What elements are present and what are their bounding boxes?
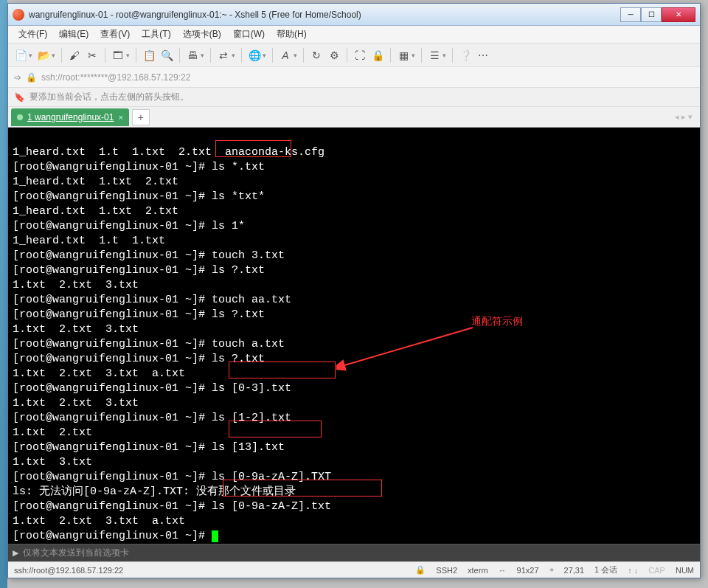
terminal-line: [root@wangruifenglinux-01 ~]# ls ?.txt	[13, 308, 265, 321]
font-icon[interactable]: A	[277, 47, 294, 63]
status-dot-icon	[17, 114, 23, 120]
terminal-line: [root@wangruifenglinux-01 ~]# touch 3.tx…	[13, 249, 285, 262]
transfer-icon[interactable]: ⇄	[215, 47, 232, 63]
status-pos: 27,31	[564, 566, 585, 575]
annotation-label: 通配符示例	[471, 314, 523, 328]
terminal[interactable]: 1_heard.txt 1.t 1.txt 2.txt anaconda-ks.…	[8, 128, 700, 544]
status-sessions: 1 会话	[594, 564, 617, 575]
fullscreen-icon[interactable]: ⛶	[352, 47, 368, 63]
pos-icon: ⌖	[549, 565, 554, 575]
tab-nav[interactable]: ◂ ▸ ▾	[675, 112, 697, 122]
layout-icon[interactable]: ☰	[426, 47, 442, 63]
terminal-line: [root@wangruifenglinux-01 ~]# ls [1-2].t…	[13, 412, 291, 424]
terminal-line: [root@wangruifenglinux-01 ~]# touch aa.t…	[13, 294, 291, 306]
terminal-line: [root@wangruifenglinux-01 ~]# ls ?.txt	[13, 353, 265, 365]
hint-bar: 🔖 要添加当前会话，点击左侧的箭头按钮。	[8, 88, 700, 107]
copy-icon[interactable]: 📋	[141, 47, 157, 63]
menu-tabs[interactable]: 选项卡(B)	[178, 27, 226, 42]
send-mode-icon[interactable]: ▶	[13, 548, 18, 558]
tab-close-icon[interactable]: ×	[118, 113, 122, 122]
terminal-line: 1.txt 2.txt 3.txt	[13, 279, 139, 291]
minimize-button[interactable]: ─	[620, 7, 641, 22]
session-tab[interactable]: 1 wangruifenglinux-01 ×	[11, 108, 129, 126]
terminal-line: [root@wangruifenglinux-01 ~]# ls [0-9a-z…	[13, 471, 331, 483]
svg-line-1	[342, 328, 473, 366]
hint-text: 要添加当前会话，点击左侧的箭头按钮。	[30, 91, 189, 103]
tile-icon[interactable]: ▦	[395, 47, 412, 63]
size-icon: ↔	[499, 566, 507, 575]
ssl-lock-icon: 🔒	[26, 72, 37, 83]
new-session-icon[interactable]: 📄	[13, 47, 29, 63]
tab-label: 1 wangruifenglinux-01	[27, 112, 114, 122]
cursor	[212, 530, 218, 542]
status-num: NUM	[676, 566, 694, 575]
lock-icon[interactable]: 🔒	[369, 47, 386, 63]
terminal-line: 1.txt 2.txt 3.txt a.txt	[13, 367, 185, 380]
disconnect-icon[interactable]: ✂	[84, 47, 100, 63]
properties-icon[interactable]: 🗔	[110, 47, 126, 63]
terminal-line: [root@wangruifenglinux-01 ~]#	[13, 530, 212, 542]
app-window: wangruifenglinux-01 - root@wangruifengli…	[7, 3, 701, 578]
terminal-line: 1.txt 3.txt	[13, 456, 92, 468]
help-icon[interactable]: ❔	[457, 47, 473, 63]
globe-icon[interactable]: 🌐	[246, 47, 263, 63]
terminal-line: [root@wangruifenglinux-01 ~]# ls *txt*	[13, 190, 265, 203]
settings-icon[interactable]: ⚙	[326, 47, 342, 63]
arrow-icon[interactable]: ➩	[14, 72, 21, 83]
status-connection: ssh://root@192.168.57.129:22	[14, 566, 123, 575]
close-button[interactable]: ✕	[662, 7, 695, 22]
status-term: xterm	[468, 566, 488, 575]
tab-bar: 1 wangruifenglinux-01 × + ◂ ▸ ▾	[8, 107, 700, 128]
annotation-arrow-icon	[336, 325, 476, 371]
menu-file[interactable]: 文件(F)	[14, 27, 52, 42]
menubar: 文件(F) 编辑(E) 查看(V) 工具(T) 选项卡(B) 窗口(W) 帮助(…	[8, 26, 700, 44]
terminal-line: [root@wangruifenglinux-01 ~]# ls ?.txt	[13, 264, 265, 277]
about-icon[interactable]: ⋯	[475, 47, 491, 63]
terminal-line: 1.txt 2.txt 3.txt a.txt	[13, 515, 185, 528]
terminal-line: [root@wangruifenglinux-01 ~]# ls [0-9a-z…	[13, 500, 331, 513]
terminal-line: [root@wangruifenglinux-01 ~]# ls *.txt	[13, 161, 265, 173]
maximize-button[interactable]: ☐	[641, 7, 662, 22]
compose-bar[interactable]: ▶ 仅将文本发送到当前选项卡	[8, 544, 700, 561]
status-size: 91x27	[517, 566, 539, 575]
terminal-line: [root@wangruifenglinux-01 ~]# ls [0-3].t…	[13, 382, 291, 395]
menu-tools[interactable]: 工具(T)	[137, 27, 175, 42]
status-caps: CAP	[648, 566, 665, 575]
app-icon	[13, 9, 24, 21]
terminal-line: 1.txt 2.txt	[13, 426, 92, 439]
menu-edit[interactable]: 编辑(E)	[55, 27, 93, 42]
terminal-line: 1.txt 2.txt 3.txt	[13, 397, 139, 409]
address-url[interactable]: ssh://root:********@192.168.57.129:22	[41, 72, 694, 83]
terminal-line: ls: 无法访问[0-9a-zA-Z].TXT: 没有那个文件或目录	[13, 485, 296, 498]
bookmark-icon[interactable]: 🔖	[14, 92, 25, 103]
terminal-line: 1_heard.txt 1.t 1.txt 2.txt anaconda-ks.…	[13, 146, 324, 159]
terminal-line: 1.txt 2.txt 3.txt	[13, 323, 139, 336]
print-icon[interactable]: 🖶	[184, 47, 201, 63]
refresh-icon[interactable]: ↻	[308, 47, 324, 63]
status-bar: ssh://root@192.168.57.129:22 🔒 SSH2 xter…	[8, 561, 700, 578]
open-icon[interactable]: 📂	[35, 47, 52, 63]
compose-placeholder: 仅将文本发送到当前选项卡	[23, 547, 129, 559]
window-title: wangruifenglinux-01 - root@wangruifengli…	[29, 10, 620, 20]
terminal-line: [root@wangruifenglinux-01 ~]# ls [13].tx…	[13, 441, 285, 454]
menu-view[interactable]: 查看(V)	[96, 27, 134, 42]
new-tab-button[interactable]: +	[132, 109, 150, 125]
toolbar: 📄▾ 📂▾ 🖌 ✂ 🗔▾ 📋 🔍 🖶▾ ⇄▾ 🌐▾ A▾ ↻ ⚙ ⛶ 🔒 ▦▾ …	[8, 44, 700, 67]
terminal-line: [root@wangruifenglinux-01 ~]# ls 1*	[13, 220, 245, 232]
address-bar: ➩ 🔒 ssh://root:********@192.168.57.129:2…	[8, 67, 700, 88]
status-ssh: SSH2	[436, 566, 457, 575]
terminal-line: 1_heard.txt 1.txt 2.txt	[13, 176, 178, 188]
updown-icon: ↑ ↓	[628, 566, 638, 575]
paste-icon[interactable]: 🔍	[159, 47, 175, 63]
titlebar[interactable]: wangruifenglinux-01 - root@wangruifengli…	[8, 4, 700, 26]
terminal-line: [root@wangruifenglinux-01 ~]# touch a.tx…	[13, 338, 285, 350]
terminal-line: 1_heard.txt 1.txt 2.txt	[13, 205, 178, 218]
ssh-lock-icon: 🔒	[415, 565, 426, 575]
terminal-line: 1_heard.txt 1.t 1.txt	[13, 235, 165, 247]
reconnect-icon[interactable]: 🖌	[66, 47, 83, 63]
menu-window[interactable]: 窗口(W)	[229, 27, 269, 42]
menu-help[interactable]: 帮助(H)	[272, 27, 311, 42]
